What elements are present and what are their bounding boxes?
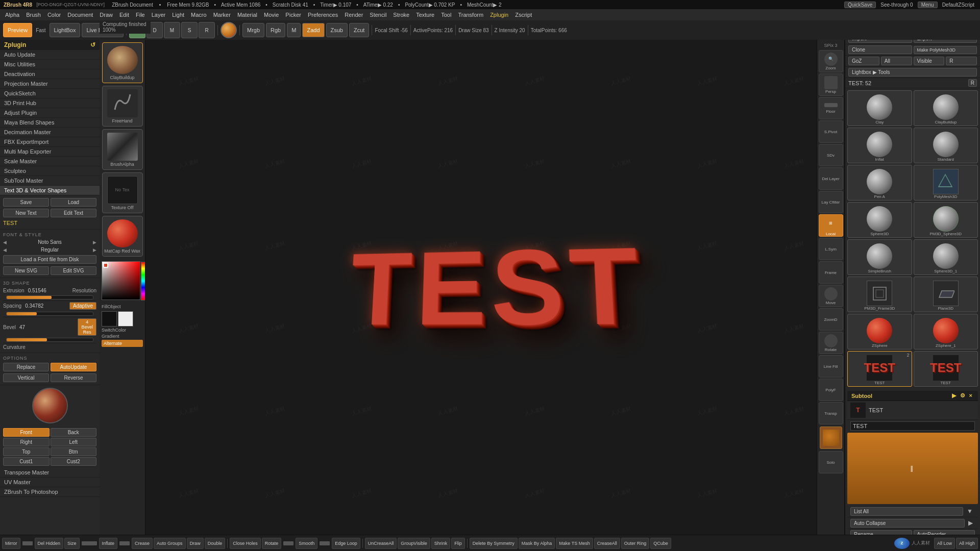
menu-item-macro[interactable]: Macro	[188, 11, 210, 19]
vertical-btn[interactable]: Vertical	[3, 373, 49, 382]
all-low-bb-btn[interactable]: All Low	[934, 538, 955, 549]
plugin-multimap[interactable]: Multi Map Exporter	[0, 147, 100, 157]
menu-item-picker[interactable]: Picker	[282, 11, 304, 19]
reverse-btn[interactable]: Reverse	[51, 373, 96, 382]
spacing-slider[interactable]	[6, 312, 93, 316]
menu-item-layer[interactable]: Layer	[149, 11, 169, 19]
subtool-toggle[interactable]: ▶	[950, 392, 958, 399]
brush-claybuildup[interactable]: ClayBuildup	[102, 42, 143, 83]
rt-floor-btn[interactable]: Floor	[819, 97, 843, 119]
menu-btn[interactable]: Menu	[918, 2, 938, 8]
back-btn[interactable]: Back	[51, 428, 97, 437]
rgb-btn[interactable]: Rgb	[266, 23, 285, 37]
menu-item-alpha[interactable]: Alpha	[2, 11, 22, 19]
crease-btn[interactable]: Crease	[132, 538, 153, 549]
subtool-rename-input[interactable]	[850, 421, 975, 431]
inflate-btn[interactable]: Inflate	[99, 538, 118, 549]
canvas-area[interactable]: 人人素材 人人素材 人人素材 人人素材 人人素材 人人素材 人人素材 人人素材 …	[145, 40, 837, 535]
bevel-res-btn[interactable]: 4 Bevel Res	[78, 318, 96, 336]
hue-strip[interactable]	[141, 262, 145, 300]
plugin-decimation[interactable]: Decimation Master	[0, 128, 100, 137]
move-icon-btn[interactable]: M	[164, 22, 180, 38]
subtool-item[interactable]: T TEST	[847, 401, 978, 420]
close-holes-btn[interactable]: Close Holes	[230, 538, 261, 549]
menu-item-edit[interactable]: Edit	[116, 11, 132, 19]
plugin-fbx[interactable]: FBX ExportImport	[0, 137, 100, 147]
menu-item-brush[interactable]: Brush	[23, 11, 44, 19]
rt-lsym-btn[interactable]: L.Sym	[819, 238, 843, 260]
tool-thumb-zsphere-1[interactable]: ZSphere_1	[914, 314, 978, 349]
scale-icon-btn[interactable]: S	[181, 22, 198, 38]
plugin-quicksketch[interactable]: QuickSketch	[0, 89, 100, 98]
rotate-slider[interactable]	[283, 541, 293, 545]
make-ts-mesh-btn[interactable]: Make TS Mesh	[556, 538, 593, 549]
autoupdate-btn[interactable]: AutoUpdate	[51, 363, 96, 371]
mrgb-btn[interactable]: Mrgb	[242, 23, 264, 37]
menu-item-zplugin[interactable]: Zplugin	[487, 11, 511, 19]
rt-move-btn[interactable]: Move	[819, 285, 843, 307]
font-arrow-left[interactable]: ◀	[3, 240, 7, 245]
inflate-slider[interactable]	[119, 541, 130, 545]
rt-dynamic-texture[interactable]	[820, 427, 842, 449]
tool-thumb-polymesh3d[interactable]: PolyMesh3D	[914, 165, 978, 201]
del-by-sym-btn[interactable]: Delete By Symmetry	[470, 538, 518, 549]
new-text-btn[interactable]: New Text	[3, 209, 49, 217]
plugin-3dprint[interactable]: 3D Print Hub	[0, 98, 100, 108]
default-script[interactable]: DefaultZScript	[941, 2, 976, 8]
all-goz-btn[interactable]: All	[881, 57, 912, 65]
color-picker-gradient[interactable]	[102, 261, 140, 300]
m-btn[interactable]: M	[287, 23, 301, 37]
menu-item-material[interactable]: Material	[234, 11, 260, 19]
edge-loop-btn[interactable]: Edge Loop	[332, 538, 360, 549]
rt-linefill-btn[interactable]: Line Fill	[819, 355, 843, 378]
white-swatch[interactable]	[118, 311, 133, 327]
switch-color-label[interactable]: SwitchColor	[102, 328, 143, 333]
qcube-btn[interactable]: QCube	[650, 538, 671, 549]
menu-item-document[interactable]: Document	[64, 11, 96, 19]
shrink-btn[interactable]: Shrink	[431, 538, 451, 549]
plugin-projection-master[interactable]: Projection Master	[0, 79, 100, 89]
plugin-text3d[interactable]: Text 3D & Vector Shapes	[0, 186, 100, 195]
tool-thumb-test[interactable]: TEST TEST	[914, 351, 978, 387]
menu-item-draw[interactable]: Draw	[96, 11, 116, 19]
fill-object-label[interactable]: FillObject	[102, 304, 143, 309]
auto-collapse-btn[interactable]: Auto Collapse	[850, 519, 965, 528]
load-font-btn[interactable]: Load a Font file from Disk	[3, 255, 96, 264]
tool-thumb-clay[interactable]: Clay	[847, 90, 912, 126]
rt-persp-btn[interactable]: Persp	[819, 73, 843, 96]
tool-thumb-claybuildup[interactable]: ClayBuildup	[914, 90, 978, 126]
save-btn[interactable]: Save	[3, 198, 49, 207]
plugin-transpose[interactable]: Transpose Master	[0, 468, 100, 478]
plugin-zbrush-photoshop[interactable]: ZBrush To Photoshop	[0, 487, 100, 497]
plugin-misc[interactable]: Misc Utilities	[0, 60, 100, 69]
flip-btn[interactable]: Flip	[451, 538, 465, 549]
plugin-maya-blend[interactable]: Maya Blend Shapes	[0, 118, 100, 128]
tool-thumb-zsphere[interactable]: ZSphere	[847, 314, 912, 349]
menu-item-marker[interactable]: Marker	[210, 11, 234, 19]
mirror-slider[interactable]	[22, 541, 33, 545]
top-btn[interactable]: Top	[3, 447, 50, 456]
list-all-btn[interactable]: List All	[850, 507, 963, 516]
tool-thumb-test-2[interactable]: TEST 2 TEST	[847, 351, 912, 387]
menu-item-stroke[interactable]: Stroke	[390, 11, 412, 19]
lightbox-tools-btn[interactable]: Lightbox ▶ Tools	[848, 68, 977, 77]
plugin-sculpteo[interactable]: Sculpteo	[0, 166, 100, 176]
plugin-auto-update[interactable]: Auto Update	[0, 50, 100, 60]
quicksave-btn[interactable]: QuickSave	[844, 2, 876, 8]
rt-spivot-btn[interactable]: S.Pivot	[819, 120, 843, 143]
all-high-bb-btn[interactable]: All High	[956, 538, 978, 549]
auto-collapse-arrow[interactable]: ▶	[966, 518, 975, 528]
size-btn[interactable]: Size	[64, 538, 80, 549]
rt-polyf-btn[interactable]: PolyF	[819, 379, 843, 401]
tool-thumb-sphere3d[interactable]: Sphere3D	[847, 202, 912, 238]
crease-all-btn[interactable]: CreaseAll	[594, 538, 620, 549]
front-btn[interactable]: Front	[3, 428, 50, 437]
menu-item-tool[interactable]: Tool	[438, 11, 454, 19]
plugin-uv-master[interactable]: UV Master	[0, 478, 100, 487]
rt-solo-btn[interactable]: Solo	[819, 451, 843, 473]
new-svg-btn[interactable]: New SVG	[3, 266, 49, 275]
menu-item-render[interactable]: Render	[341, 11, 366, 19]
menu-item-preferences[interactable]: Preferences	[305, 11, 341, 19]
weight-arrow-right[interactable]: ▶	[93, 247, 96, 253]
subtool-close[interactable]: ×	[968, 392, 974, 399]
